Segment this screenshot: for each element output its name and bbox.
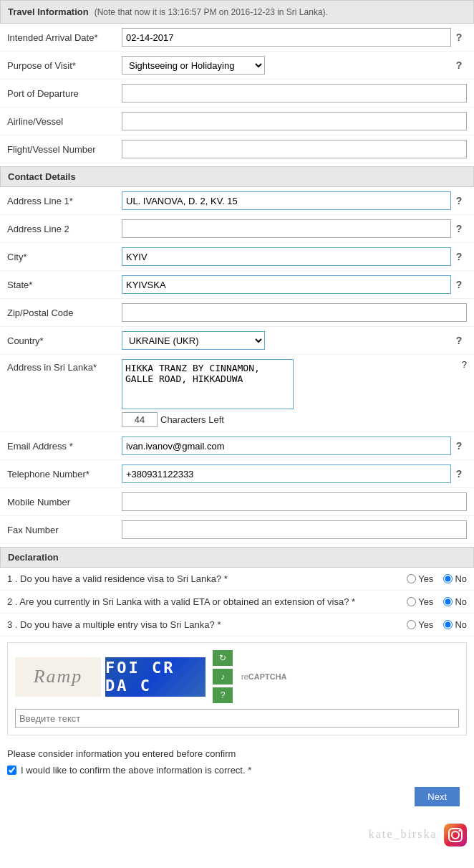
telephone-help: ? — [451, 468, 467, 480]
captcha-controls: ↻ ♪ ? — [213, 650, 233, 703]
zip-label: Zip/Postal Code — [7, 307, 122, 318]
captcha-input[interactable] — [15, 709, 459, 728]
country-select[interactable]: UKRAINE (UKR) RUSSIA USA UK — [122, 331, 265, 350]
declaration-q2-text: 2 . Are you currently in Sri Lanka with … — [7, 596, 407, 607]
telephone-input[interactable] — [122, 464, 451, 483]
city-label: City* — [7, 252, 122, 262]
addr1-input[interactable] — [122, 191, 451, 210]
arrival-date-help: ? — [451, 32, 467, 43]
port-label: Port of Departure — [7, 88, 122, 99]
captcha-logo-text: re — [241, 672, 248, 681]
arrival-date-input[interactable] — [122, 28, 451, 47]
instagram-icon — [444, 824, 467, 846]
q3-no-label[interactable]: No — [443, 619, 467, 630]
q1-yes-radio[interactable] — [407, 574, 416, 583]
email-field-container — [122, 437, 451, 455]
q1-no-radio[interactable] — [443, 574, 453, 583]
chars-left-label: Characters Left — [160, 414, 224, 425]
addr2-help: ? — [451, 223, 467, 234]
sri-lanka-addr-field: HIKKA TRANZ BY CINNAMON, GALLE ROAD, HIK… — [122, 359, 462, 427]
state-input[interactable] — [122, 275, 451, 294]
addr2-input[interactable] — [122, 219, 451, 238]
purpose-field: Sightseeing or Holidaying Business Trans… — [122, 56, 451, 75]
flight-field — [122, 140, 467, 158]
telephone-field — [122, 464, 451, 483]
captcha-info-button[interactable]: ? — [213, 687, 233, 703]
q1-no-label[interactable]: No — [443, 573, 467, 584]
email-help: ? — [451, 440, 467, 452]
port-field — [122, 84, 467, 102]
declaration-q1-row: 1 . Do you have a valid residence visa t… — [0, 568, 474, 591]
declaration-q2-radios: Yes No — [407, 596, 467, 607]
fax-field — [122, 520, 467, 539]
next-button-container: Next — [0, 783, 474, 818]
q2-yes-radio[interactable] — [407, 597, 416, 606]
declaration-q3-radios: Yes No — [407, 619, 467, 630]
airline-input[interactable] — [122, 112, 467, 130]
country-label: Country* — [7, 335, 122, 346]
declaration-q3-row: 3 . Do you have a multiple entry visa to… — [0, 614, 474, 636]
q3-yes-label[interactable]: Yes — [407, 619, 433, 630]
email-input[interactable] — [122, 437, 451, 455]
city-help: ? — [451, 251, 467, 262]
declaration-q2-row: 2 . Are you currently in Sri Lanka with … — [0, 591, 474, 614]
q2-no-radio[interactable] — [443, 597, 453, 606]
confirm-note: Please consider information you entered … — [7, 748, 467, 759]
next-button[interactable]: Next — [415, 787, 460, 806]
declaration-q3-text: 3 . Do you have a multiple entry visa to… — [7, 619, 407, 630]
captcha-refresh-button[interactable]: ↻ — [213, 650, 233, 666]
captcha-info-icon: ? — [221, 690, 226, 700]
country-row: Country* UKRAINE (UKR) RUSSIA USA UK ? — [0, 327, 474, 355]
airline-label: Airline/Vessel — [7, 116, 122, 127]
travel-info-note: (Note that now it is 13:16:57 PM on 2016… — [95, 7, 328, 17]
mobile-label: Mobile Number — [7, 497, 122, 507]
sri-lanka-addr-textarea[interactable]: HIKKA TRANZ BY CINNAMON, GALLE ROAD, HIK… — [122, 359, 294, 409]
zip-input[interactable] — [122, 303, 467, 322]
purpose-label: Purpose of Visit* — [7, 60, 122, 71]
captcha-audio-button[interactable]: ♪ — [213, 669, 233, 685]
captcha-refresh-icon: ↻ — [219, 653, 226, 663]
captcha-ramp-image: Ramp — [15, 657, 101, 697]
mobile-field — [122, 492, 467, 511]
q2-yes-label[interactable]: Yes — [407, 596, 433, 607]
q3-no-radio[interactable] — [443, 620, 453, 629]
airline-row: Airline/Vessel — [0, 108, 474, 135]
captcha-section: Ramp FOI CR DA C ↻ ♪ ? re CAPTCHA — [7, 642, 467, 735]
purpose-select[interactable]: Sightseeing or Holidaying Business Trans… — [122, 56, 265, 75]
country-help: ? — [451, 335, 467, 346]
q2-no-label[interactable]: No — [443, 596, 467, 607]
purpose-help: ? — [451, 59, 467, 71]
state-field — [122, 275, 451, 294]
captcha-logo: re CAPTCHA — [241, 672, 287, 681]
confirm-checkbox[interactable] — [7, 766, 16, 775]
flight-input[interactable] — [122, 140, 467, 158]
q1-yes-label[interactable]: Yes — [407, 573, 433, 584]
addr1-label: Address Line 1* — [7, 196, 122, 206]
fax-input[interactable] — [122, 520, 467, 539]
sri-lanka-addr-row: Address in Sri Lanka* HIKKA TRANZ BY CIN… — [0, 355, 474, 432]
telephone-label: Telephone Number* — [7, 469, 122, 480]
confirm-checkbox-row: I would like to confirm the above inform… — [7, 765, 467, 776]
email-row: Email Address * ? — [0, 432, 474, 460]
email-label: Email Address * — [7, 441, 122, 452]
chars-left-container: 44 Characters Left — [122, 412, 294, 427]
sri-lanka-addr-label: Address in Sri Lanka* — [7, 359, 122, 373]
mobile-input[interactable] — [122, 492, 467, 511]
declaration-section-header: Declaration — [0, 547, 474, 568]
arrival-date-field — [122, 28, 451, 47]
port-row: Port of Departure — [0, 80, 474, 108]
city-input[interactable] — [122, 247, 451, 266]
addr1-field — [122, 191, 451, 210]
declaration-q1-radios: Yes No — [407, 573, 467, 584]
addr1-help: ? — [451, 195, 467, 206]
q3-yes-radio[interactable] — [407, 620, 416, 629]
arrival-date-row: Intended Arrival Date* ? — [0, 24, 474, 52]
captcha-images-row: Ramp FOI CR DA C ↻ ♪ ? re CAPTCHA — [15, 650, 459, 703]
contact-section: Address Line 1* ? Address Line 2 ? City*… — [0, 187, 474, 544]
contact-section-header: Contact Details — [0, 166, 474, 187]
telephone-row: Telephone Number* ? — [0, 460, 474, 488]
declaration-section: 1 . Do you have a valid residence visa t… — [0, 568, 474, 636]
city-row: City* ? — [0, 243, 474, 271]
port-input[interactable] — [122, 84, 467, 102]
captcha-audio-icon: ♪ — [221, 672, 225, 682]
